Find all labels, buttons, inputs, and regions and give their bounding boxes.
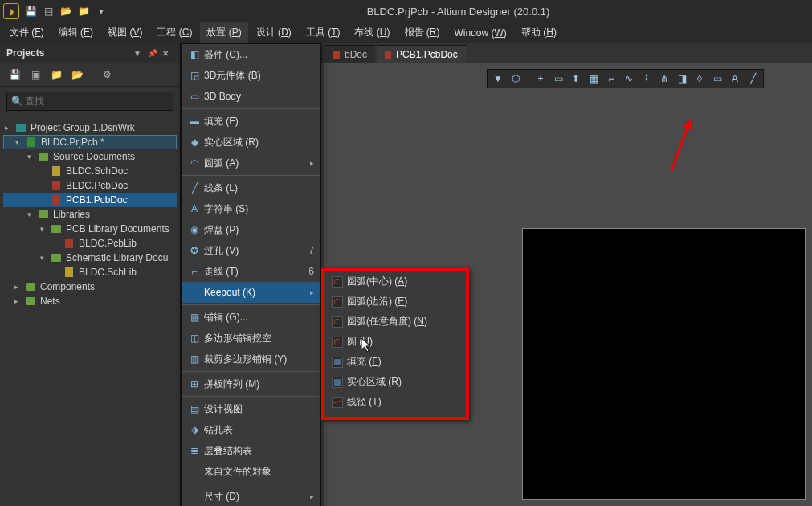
- editor-toolbar: ▼⬡+▭⬍▦⌐∿⌇⋔◨◊▭A╱: [487, 69, 764, 88]
- menu-item[interactable]: ⌐走线 (T)6: [182, 261, 320, 282]
- menu-c[interactable]: 工程 (C): [150, 22, 198, 43]
- window-title: BLDC.PrjPcb - Altium Designer (20.0.1): [108, 6, 809, 18]
- menu-item[interactable]: ◫多边形铺铜挖空: [182, 328, 320, 349]
- toolbar-btn-4[interactable]: ▭: [551, 71, 565, 86]
- save-all-icon[interactable]: ▤: [42, 5, 55, 18]
- toolbar-btn-0[interactable]: ▼: [491, 71, 505, 86]
- menu-p[interactable]: 放置 (P): [200, 22, 247, 43]
- toolbar-btn-7[interactable]: ⌐: [604, 71, 618, 86]
- compile-icon[interactable]: ▣: [29, 68, 42, 81]
- menu-e[interactable]: 编辑 (E): [52, 22, 100, 43]
- open2-icon[interactable]: 📁: [77, 5, 90, 18]
- tree-node[interactable]: BLDC.SchDoc: [3, 164, 177, 178]
- submenu-item[interactable]: 圆弧(边沿) (E): [324, 292, 466, 312]
- panel-toolbar: 💾 ▣ 📁 📂 ⚙: [0, 63, 180, 87]
- menu-item[interactable]: ◉焊盘 (P): [182, 219, 320, 240]
- menu-r[interactable]: 报告 (R): [398, 22, 447, 43]
- submenu-item[interactable]: 填充 (F): [324, 352, 466, 372]
- menu-item[interactable]: ◧器件 (C)...: [182, 44, 320, 65]
- menu-item[interactable]: ◠圆弧 (A)▸: [182, 153, 320, 173]
- menu-item[interactable]: ⊞拼板阵列 (M): [182, 373, 320, 394]
- toolbar-btn-15[interactable]: ╱: [745, 71, 760, 86]
- tree-node[interactable]: ▾Libraries: [3, 207, 177, 222]
- submenu-item[interactable]: 圆 (U): [324, 332, 466, 352]
- search-input[interactable]: [6, 92, 173, 111]
- dropdown-icon[interactable]: 📌: [148, 49, 159, 58]
- submenu-item[interactable]: 圆弧(中心) (A): [324, 271, 466, 292]
- tree-node[interactable]: BLDC.SchLib: [3, 265, 177, 280]
- tree-node[interactable]: BLDC.PcbDoc: [3, 178, 177, 193]
- place-menu-dropdown[interactable]: ◧器件 (C)...◲3D元件体 (B)▭3D Body▬填充 (F)◆实心区域…: [181, 43, 321, 506]
- tree-node[interactable]: PCB1.PcbDoc: [3, 193, 177, 207]
- save-icon[interactable]: 💾: [24, 5, 37, 18]
- menu-item[interactable]: ▦铺铜 (G)...: [182, 307, 320, 328]
- tab[interactable]: bDoc: [325, 45, 375, 63]
- toolbar-btn-13[interactable]: ▭: [710, 71, 724, 86]
- save-proj-icon[interactable]: 💾: [8, 68, 21, 81]
- toolbar-btn-6[interactable]: ▦: [586, 71, 601, 86]
- menu-item[interactable]: ▬填充 (F): [182, 111, 320, 132]
- menu-item[interactable]: ◆实心区域 (R): [182, 132, 320, 153]
- tree-node[interactable]: ▾BLDC.PrjPcb *: [3, 135, 177, 149]
- tree-node[interactable]: ▸Project Group 1.DsnWrk: [3, 120, 177, 135]
- toolbar-btn-10[interactable]: ⋔: [657, 71, 671, 86]
- menu-d[interactable]: 设计 (D): [250, 22, 298, 43]
- tree-node[interactable]: ▸Components: [3, 280, 177, 294]
- tree-node[interactable]: ▾Schematic Library Docu: [3, 251, 177, 265]
- menu-bar: 文件 (F)编辑 (E)视图 (V)工程 (C)放置 (P)设计 (D)工具 (…: [0, 22, 812, 43]
- menu-item[interactable]: ▭3D Body: [182, 86, 320, 107]
- toolbar-btn-1[interactable]: ⬡: [508, 71, 523, 86]
- tree-node[interactable]: ▸Nets: [3, 294, 177, 308]
- open-icon[interactable]: 📂: [59, 5, 72, 18]
- menu-item[interactable]: ≣层叠结构表: [182, 440, 320, 461]
- toolbar-btn-8[interactable]: ∿: [622, 71, 636, 86]
- tree-node[interactable]: BLDC.PcbLib: [3, 236, 177, 251]
- menu-item[interactable]: ▥裁剪多边形铺铜 (Y): [182, 349, 320, 369]
- pin-icon[interactable]: ▼: [133, 49, 145, 58]
- menu-item[interactable]: ⬗钻孔表: [182, 419, 320, 440]
- keepout-submenu[interactable]: 圆弧(中心) (A)圆弧(边沿) (E)圆弧(任意角度) (N)圆 (U)填充 …: [321, 268, 469, 420]
- close-panel-icon[interactable]: ✕: [162, 49, 173, 58]
- toolbar-btn-14[interactable]: A: [728, 71, 742, 86]
- tree-node[interactable]: ▾Source Documents: [3, 149, 177, 164]
- search-icon: 🔍: [11, 96, 23, 107]
- menu-item[interactable]: 来自文件的对象: [182, 461, 320, 482]
- toolbar-btn-9[interactable]: ⌇: [639, 71, 654, 86]
- menu-t[interactable]: 工具 (T): [300, 22, 347, 43]
- menu-item[interactable]: ◲3D元件体 (B): [182, 65, 320, 86]
- menu-item[interactable]: Keepout (K)▸: [182, 282, 320, 303]
- menu-item[interactable]: 尺寸 (D)▸: [182, 486, 320, 506]
- toolbar-btn-5[interactable]: ⬍: [569, 71, 583, 86]
- title-bar: ◗ 💾 ▤ 📂 📁 ▾ BLDC.PrjPcb - Altium Designe…: [0, 0, 812, 22]
- app-logo-icon: ◗: [3, 3, 19, 19]
- submenu-item[interactable]: 实心区域 (R): [324, 372, 466, 392]
- menu-item[interactable]: A字符串 (S): [182, 198, 320, 219]
- toolbar-btn-12[interactable]: ◊: [692, 71, 707, 86]
- projects-panel: Projects ▼ 📌 ✕ 💾 ▣ 📁 📂 ⚙ 🔍 ▸Project Grou…: [0, 43, 181, 506]
- submenu-item[interactable]: 圆弧(任意角度) (N): [324, 312, 466, 332]
- tree-node[interactable]: ▾PCB Library Documents: [3, 222, 177, 236]
- submenu-item[interactable]: 线径 (T): [324, 392, 466, 412]
- annotation-arrow: [671, 124, 689, 170]
- pcb-canvas[interactable]: [522, 228, 806, 500]
- menu-h[interactable]: 帮助 (H): [515, 22, 563, 43]
- toolbar-btn-3[interactable]: +: [533, 71, 548, 86]
- menu-w[interactable]: Window (W): [448, 24, 513, 42]
- menu-item[interactable]: ╱线条 (L): [182, 178, 320, 198]
- more-icon[interactable]: ▾: [95, 5, 108, 18]
- project-tree[interactable]: ▸Project Group 1.DsnWrk▾BLDC.PrjPcb *▾So…: [0, 116, 180, 313]
- menu-u[interactable]: 布线 (U): [348, 22, 396, 43]
- panel-header: Projects ▼ 📌 ✕: [0, 43, 180, 63]
- tab[interactable]: PCB1.PcbDoc: [377, 45, 466, 63]
- folder2-icon[interactable]: 📂: [71, 68, 84, 81]
- folder-icon[interactable]: 📁: [50, 68, 63, 81]
- quick-access-toolbar: 💾 ▤ 📂 📁 ▾: [24, 5, 108, 18]
- menu-item[interactable]: ✪过孔 (V)7: [182, 240, 320, 261]
- menu-v[interactable]: 视图 (V): [101, 22, 149, 43]
- toolbar-btn-11[interactable]: ◨: [675, 71, 689, 86]
- settings-icon[interactable]: ⚙: [100, 68, 113, 81]
- menu-item[interactable]: ▤设计视图: [182, 398, 320, 419]
- panel-title: Projects: [6, 47, 44, 59]
- menu-f[interactable]: 文件 (F): [3, 22, 51, 43]
